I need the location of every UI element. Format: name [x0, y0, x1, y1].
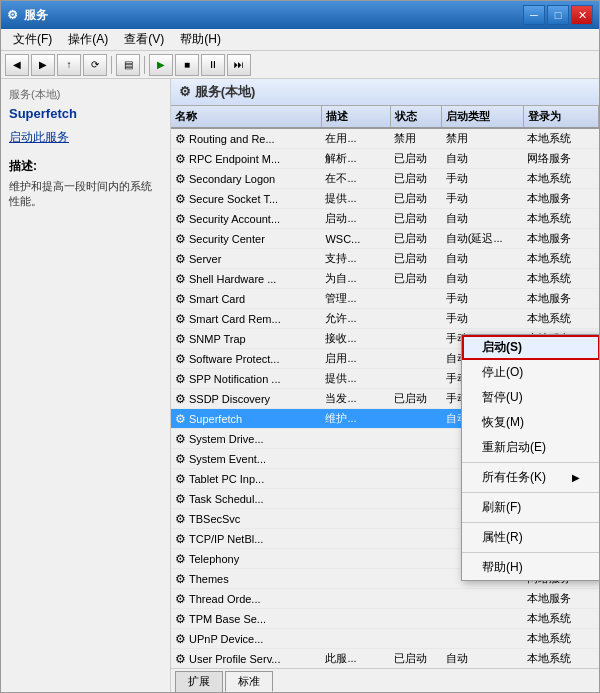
up-button[interactable]: ↑ [57, 54, 81, 76]
col-status[interactable]: 状态 [390, 106, 441, 128]
close-button[interactable]: ✕ [571, 5, 593, 25]
table-row[interactable]: ⚙Shell Hardware ...为自...已启动自动本地系统 [171, 269, 599, 289]
main-window: ⚙ 服务 ─ □ ✕ 文件(F) 操作(A) 查看(V) 帮助(H) ◀ ▶ ↑… [0, 0, 600, 693]
service-desc-cell: 启用... [321, 349, 390, 369]
menu-help[interactable]: 帮助(H) [172, 29, 229, 50]
back-button[interactable]: ◀ [5, 54, 29, 76]
menu-file[interactable]: 文件(F) [5, 29, 60, 50]
service-name-cell: ⚙Security Center [171, 229, 321, 249]
export-button[interactable]: ▤ [116, 54, 140, 76]
start-service-button[interactable]: ▶ [149, 54, 173, 76]
service-desc-cell [321, 589, 390, 609]
table-row[interactable]: ⚙User Profile Serv...此服...已启动自动本地系统 [171, 649, 599, 669]
col-logon[interactable]: 登录为 [523, 106, 598, 128]
service-name-cell: ⚙Telephony [171, 549, 321, 569]
service-desc-cell [321, 489, 390, 509]
context-menu-stop[interactable]: 停止(O) [462, 360, 599, 385]
service-desc-cell [321, 509, 390, 529]
service-desc-cell: 允许... [321, 309, 390, 329]
service-status-cell: 禁用 [390, 128, 441, 149]
pause-service-button[interactable]: ⏸ [201, 54, 225, 76]
service-desc-cell [321, 449, 390, 469]
context-menu-start[interactable]: 启动(S) [462, 335, 599, 360]
stop-service-button[interactable]: ■ [175, 54, 199, 76]
toolbar-sep1 [111, 56, 112, 74]
tab-standard[interactable]: 标准 [225, 671, 273, 692]
context-menu-pause[interactable]: 暂停(U) [462, 385, 599, 410]
service-logon-cell: 本地系统 [523, 249, 598, 269]
forward-button[interactable]: ▶ [31, 54, 55, 76]
col-name[interactable]: 名称 [171, 106, 321, 128]
context-menu-all-tasks[interactable]: 所有任务(K) ▶ [462, 465, 599, 490]
service-status-cell: 已启动 [390, 649, 441, 669]
context-menu-help[interactable]: 帮助(H) [462, 555, 599, 580]
service-logon-cell: 本地系统 [523, 269, 598, 289]
service-name-cell: ⚙System Event... [171, 449, 321, 469]
window-title: 服务 [24, 7, 48, 24]
col-desc[interactable]: 描述 [321, 106, 390, 128]
service-desc-cell: 支持... [321, 249, 390, 269]
table-row[interactable]: ⚙Server支持...已启动自动本地系统 [171, 249, 599, 269]
service-desc-cell: 提供... [321, 189, 390, 209]
context-menu-sep4 [462, 552, 599, 553]
service-desc-cell: 在不... [321, 169, 390, 189]
table-row[interactable]: ⚙Security Account...启动...已启动自动本地系统 [171, 209, 599, 229]
table-row[interactable]: ⚙TPM Base Se...本地系统 [171, 609, 599, 629]
table-row[interactable]: ⚙Routing and Re...在用...禁用禁用本地系统 [171, 128, 599, 149]
desc-label: 描述: [9, 158, 162, 175]
service-desc-cell [321, 469, 390, 489]
service-logon-cell: 本地服务 [523, 289, 598, 309]
table-row[interactable]: ⚙Secondary Logon在不...已启动手动本地系统 [171, 169, 599, 189]
service-status-cell [390, 509, 441, 529]
service-startup-cell: 手动 [442, 169, 523, 189]
service-name-cell: ⚙Task Schedul... [171, 489, 321, 509]
service-status-cell: 已启动 [390, 169, 441, 189]
toolbar-sep2 [144, 56, 145, 74]
table-row[interactable]: ⚙Thread Orde...本地服务 [171, 589, 599, 609]
service-name-cell: ⚙System Drive... [171, 429, 321, 449]
maximize-button[interactable]: □ [547, 5, 569, 25]
service-name-cell: ⚙RPC Endpoint M... [171, 149, 321, 169]
context-menu-refresh[interactable]: 刷新(F) [462, 495, 599, 520]
tab-extended[interactable]: 扩展 [175, 671, 223, 692]
service-startup-cell: 自动 [442, 269, 523, 289]
context-menu-pause-label: 暂停(U) [482, 389, 523, 406]
context-menu: 启动(S) 停止(O) 暂停(U) 恢复(M) 重新启动(E) 所有任务(K) … [461, 334, 599, 581]
table-header-row: 名称 描述 状态 启动类型 登录为 [171, 106, 599, 128]
service-startup-cell [442, 589, 523, 609]
service-logon-cell: 本地系统 [523, 609, 598, 629]
service-desc-cell: 启动... [321, 209, 390, 229]
menu-view[interactable]: 查看(V) [116, 29, 172, 50]
table-row[interactable]: ⚙UPnP Device...本地系统 [171, 629, 599, 649]
service-startup-cell: 手动 [442, 289, 523, 309]
service-status-cell [390, 449, 441, 469]
service-desc-cell: 当发... [321, 389, 390, 409]
service-name-cell: ⚙Secure Socket T... [171, 189, 321, 209]
service-status-cell [390, 369, 441, 389]
service-logon-cell: 本地系统 [523, 649, 598, 669]
service-logon-cell: 本地系统 [523, 309, 598, 329]
restart-service-button[interactable]: ⏭ [227, 54, 251, 76]
refresh-button[interactable]: ⟳ [83, 54, 107, 76]
service-name-cell: ⚙TBSecSvc [171, 509, 321, 529]
service-startup-cell: 自动 [442, 149, 523, 169]
minimize-button[interactable]: ─ [523, 5, 545, 25]
table-row[interactable]: ⚙Secure Socket T...提供...已启动手动本地服务 [171, 189, 599, 209]
table-row[interactable]: ⚙Smart Card Rem...允许...手动本地系统 [171, 309, 599, 329]
table-row[interactable]: ⚙Security CenterWSC...已启动自动(延迟...本地服务 [171, 229, 599, 249]
col-startup[interactable]: 启动类型 [442, 106, 523, 128]
service-name-cell: ⚙Software Protect... [171, 349, 321, 369]
table-row[interactable]: ⚙Smart Card管理...手动本地服务 [171, 289, 599, 309]
table-row[interactable]: ⚙RPC Endpoint M...解析...已启动自动网络服务 [171, 149, 599, 169]
service-status-cell [390, 309, 441, 329]
service-startup-cell: 自动 [442, 249, 523, 269]
context-menu-properties[interactable]: 属性(R) [462, 525, 599, 550]
context-menu-restart[interactable]: 重新启动(E) [462, 435, 599, 460]
start-service-link[interactable]: 启动此服务 [9, 130, 69, 144]
menu-action[interactable]: 操作(A) [60, 29, 116, 50]
context-menu-resume[interactable]: 恢复(M) [462, 410, 599, 435]
menu-bar: 文件(F) 操作(A) 查看(V) 帮助(H) [1, 29, 599, 51]
service-desc-cell: WSC... [321, 229, 390, 249]
panel-header: ⚙ 服务(本地) [171, 79, 599, 106]
service-desc-cell: 提供... [321, 369, 390, 389]
